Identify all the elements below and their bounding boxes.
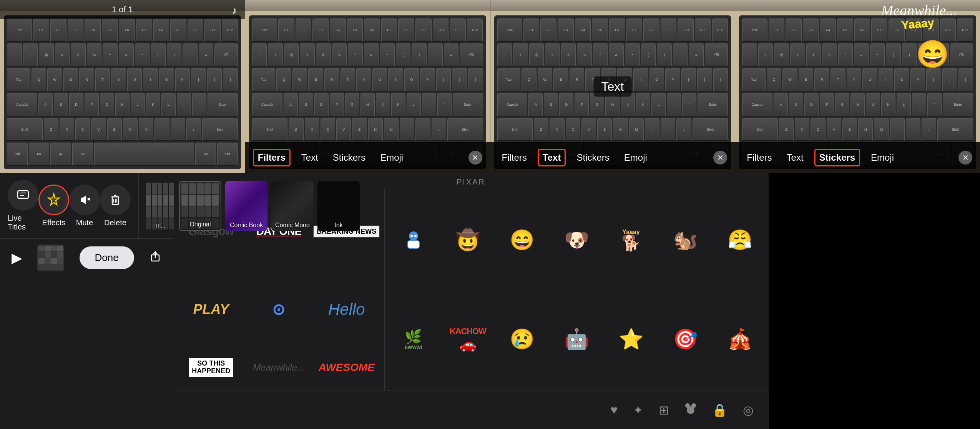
sticker-woody[interactable]: 🤠: [443, 193, 493, 288]
text-style-meanwhile[interactable]: Meanwhile...: [245, 348, 312, 387]
panel4-overlay-bar: Filters Text Stickers Emoji ✕: [735, 142, 980, 173]
video-thumbnail[interactable]: [37, 244, 64, 271]
svg-point-17: [414, 235, 417, 237]
tab-stickers-p4[interactable]: Stickers: [814, 149, 860, 166]
thumb-original[interactable]: Original: [179, 181, 221, 231]
sticker-walle[interactable]: 🤖: [552, 292, 602, 387]
live-titles-button[interactable]: Live Titles: [8, 180, 38, 231]
tab-emoji-p2[interactable]: Emoji: [376, 150, 407, 165]
video-panel-1: EscF1F2F3F4F5F6F7F8F9F10F11F12 ~!@#$%^&*…: [0, 0, 245, 173]
sticker-extra2[interactable]: 🎯: [661, 292, 711, 387]
sticker-joy[interactable]: 😄: [497, 193, 547, 288]
live-titles-label: Live Titles: [8, 214, 38, 231]
meanwhile-overlay-text: Meanwhile...: [881, 2, 957, 19]
thumb-comic-book[interactable]: Comic Book: [225, 181, 267, 231]
svg-point-16: [410, 235, 413, 237]
grid-icon[interactable]: ⊞: [659, 403, 669, 417]
panel2-overlay-bar: Filters Text Stickers Emoji ✕: [245, 142, 490, 173]
svg-marker-3: [81, 195, 86, 205]
counter-label: 1 of 1: [112, 5, 133, 15]
playback-row: ▶ Done: [0, 238, 173, 277]
keyboard-surface-1: EscF1F2F3F4F5F6F7F8F9F10F11F12 ~!@#$%^&*…: [4, 15, 241, 169]
effects-label: Effects: [42, 218, 66, 227]
panel-header: 1 of 1 ♪: [0, 0, 245, 19]
share-button[interactable]: [149, 250, 161, 266]
text-style-play[interactable]: PLAY: [177, 290, 245, 329]
sticker-anger[interactable]: 😤: [715, 193, 765, 288]
sticker-sadness[interactable]: 😢: [497, 292, 547, 387]
bottom-icons-row: ♥ ✦ ⊞ 🔒 ◎: [173, 391, 769, 429]
svg-point-19: [685, 403, 690, 408]
bottom-area: Live Titles Effects: [0, 173, 980, 429]
tab-text-p3[interactable]: Text: [538, 149, 566, 166]
play-button[interactable]: ▶: [12, 250, 22, 266]
sticker-area: 🤠 😄 🐶 Yaaay 🐕 🐿️ 😤: [385, 189, 769, 391]
mute-icon: [69, 185, 100, 215]
sticker-kachow[interactable]: KACHOW 🚗: [443, 292, 493, 387]
text-style-hello[interactable]: Hello: [313, 290, 380, 329]
sticker-buzz[interactable]: [389, 193, 439, 288]
lock-icon[interactable]: 🔒: [712, 403, 728, 417]
thumb-comic-book-label: Comic Book: [225, 222, 267, 229]
text-style-awesome[interactable]: AWESOME: [313, 348, 380, 387]
main-container: EscF1F2F3F4F5F6F7F8F9F10F11F12 ~!@#$%^&*…: [0, 0, 980, 429]
delete-button[interactable]: Delete: [100, 185, 131, 227]
thumb-partial[interactable]: Tri...: [145, 181, 175, 231]
thumb-comic-mono[interactable]: Comic Mono: [271, 181, 314, 231]
joy-sticker: 😄: [916, 38, 949, 70]
text-style-sothis[interactable]: SO THISHAPPENED: [177, 348, 245, 387]
mute-button[interactable]: Mute: [69, 185, 100, 227]
mickey-icon[interactable]: [684, 402, 697, 418]
sticker-ewwwi[interactable]: 🌿 EWWWI: [389, 292, 439, 387]
done-button[interactable]: Done: [80, 246, 134, 269]
thumb-comic-mono-label: Comic Mono: [271, 222, 314, 229]
tab-text-p4[interactable]: Text: [783, 150, 807, 165]
video-panel-3: EscF1F2F3F4F5F6F7F8F9F10F11F12 ~!@#$%^&*…: [490, 0, 736, 173]
delete-label: Delete: [104, 218, 126, 227]
svg-point-14: [409, 231, 418, 241]
sticker-extra1[interactable]: ⭐: [606, 292, 656, 387]
close-btn-p3[interactable]: ✕: [713, 151, 727, 165]
tab-text-p2[interactable]: Text: [297, 150, 322, 165]
svg-point-20: [691, 403, 696, 408]
svg-rect-0: [18, 191, 28, 198]
keyboard-background-1: EscF1F2F3F4F5F6F7F8F9F10F11F12 ~!@#$%^&*…: [0, 0, 245, 173]
sticker-dug[interactable]: 🐶: [552, 193, 602, 288]
svg-rect-15: [408, 241, 419, 248]
close-btn-p4[interactable]: ✕: [958, 151, 972, 165]
text-style-bullet[interactable]: ⊙: [245, 290, 312, 329]
effects-icon: [38, 185, 69, 215]
sticker-grid: 🤠 😄 🐶 Yaaay 🐕 🐿️ 😤: [389, 193, 765, 387]
sticker-yaaay[interactable]: Yaaay 🐕: [606, 193, 656, 288]
person-icon[interactable]: ◎: [743, 403, 754, 417]
tab-filters-p2[interactable]: Filters: [253, 149, 291, 166]
tab-emoji-p3[interactable]: Emoji: [620, 150, 651, 165]
thumb-ink[interactable]: Ink: [317, 181, 360, 231]
tab-stickers-p2[interactable]: Stickers: [329, 150, 369, 165]
thumbnail-strip: Tri... Original: [139, 181, 365, 231]
live-titles-icon: [8, 180, 38, 211]
heart-icon[interactable]: ♥: [610, 403, 618, 417]
tab-filters-p4[interactable]: Filters: [743, 150, 776, 165]
left-controls: Live Titles Effects: [0, 173, 139, 238]
video-panel-2: EscF1F2F3F4F5F6F7F8F9F10F11F12 ~!@#$%^&*…: [245, 0, 490, 173]
close-btn-p2[interactable]: ✕: [468, 151, 482, 165]
tab-filters-p3[interactable]: Filters: [498, 150, 531, 165]
delete-icon: [100, 185, 131, 215]
effects-button[interactable]: Effects: [38, 185, 69, 227]
bottom-left-section: Live Titles Effects: [0, 173, 173, 429]
mute-label: Mute: [76, 218, 93, 227]
tab-stickers-p3[interactable]: Stickers: [573, 150, 613, 165]
thumb-partial-label: Tri...: [145, 223, 175, 229]
star-icon[interactable]: ✦: [633, 403, 643, 417]
controls-row: Live Titles Effects: [0, 173, 173, 238]
sticker-squirrel[interactable]: 🐿️: [661, 193, 711, 288]
video-panel-4: EscF1F2F3F4F5F6F7F8F9F10F11F12 ~!@#$%^&*…: [735, 0, 980, 173]
sticker-extra3[interactable]: 🎪: [715, 292, 765, 387]
panel3-overlay-bar: Filters Text Stickers Emoji ✕: [490, 142, 735, 173]
thumb-ink-label: Ink: [317, 222, 360, 229]
tab-emoji-p4[interactable]: Emoji: [867, 150, 898, 165]
thumb-original-label: Original: [180, 221, 221, 228]
video-area: EscF1F2F3F4F5F6F7F8F9F10F11F12 ~!@#$%^&*…: [0, 0, 980, 173]
music-icon: ♪: [232, 5, 237, 17]
